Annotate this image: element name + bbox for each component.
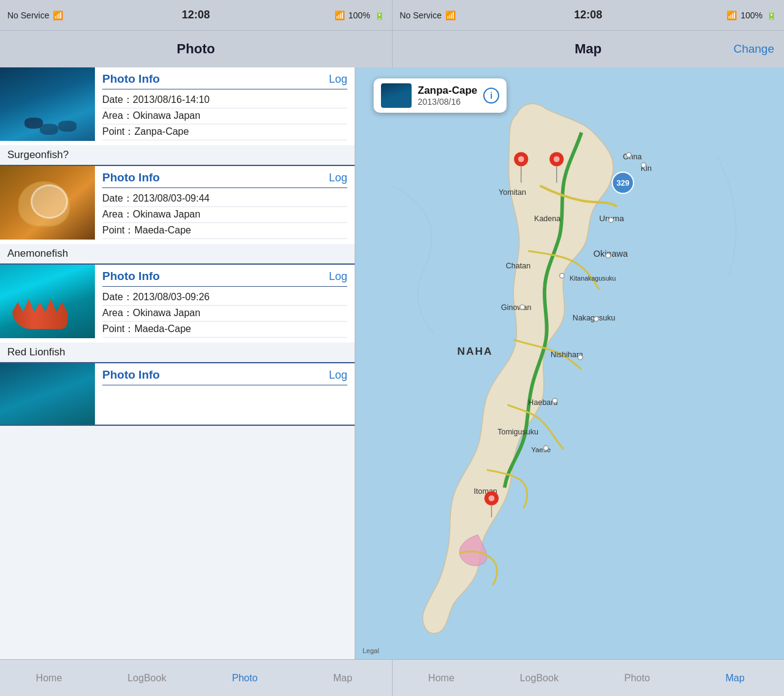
map-svg: 329 Onna Kin Yomitan Kadena Uruma Okinaw… xyxy=(355,67,784,659)
photo-info-1: Photo Info Log Date：2013/08/16-14:10 Are… xyxy=(95,67,355,145)
photo-thumbnail-3[interactable] xyxy=(0,265,95,338)
photo-point-2: Point：Maeda-Cape xyxy=(102,223,347,239)
photo-point-3: Point：Maeda-Cape xyxy=(102,322,347,338)
tab-map-left[interactable]: Map xyxy=(294,660,392,696)
svg-point-20 xyxy=(641,163,646,168)
photo-log-button-3[interactable]: Log xyxy=(329,270,347,283)
status-bar: No Service 📶 12:08 📶 100% 🔋 No Service 📶… xyxy=(0,0,784,31)
wifi-icon-right: 📶 xyxy=(445,10,456,20)
tab-bar-right: Home LogBook Photo Map xyxy=(393,660,785,696)
svg-point-22 xyxy=(606,253,611,258)
no-service-label-left: No Service xyxy=(7,10,49,20)
tab-home-right[interactable]: Home xyxy=(393,660,491,696)
tab-logbook-right[interactable]: LogBook xyxy=(490,660,588,696)
svg-point-28 xyxy=(543,445,548,450)
tab-home-left[interactable]: Home xyxy=(0,660,98,696)
tab-photo-right[interactable]: Photo xyxy=(588,660,686,696)
status-bar-left: No Service 📶 12:08 📶 100% 🔋 xyxy=(0,0,392,30)
tab-map-right[interactable]: Map xyxy=(686,660,784,696)
photo-thumbnail-1[interactable] xyxy=(0,67,95,141)
battery-label-left: 100% xyxy=(349,10,371,20)
photo-info-title-3: Photo Info xyxy=(102,270,160,283)
svg-point-23 xyxy=(560,273,565,278)
tab-photo-left[interactable]: Photo xyxy=(196,660,294,696)
photo-log-button-1[interactable]: Log xyxy=(329,73,347,86)
photo-log-button-4[interactable]: Log xyxy=(329,369,347,382)
photo-thumbnail-2[interactable] xyxy=(0,166,95,240)
photo-row-1: Photo Info Log Date：2013/08/16-14:10 Are… xyxy=(0,67,355,145)
map-popup[interactable]: Zanpa-Cape 2013/08/16 i xyxy=(374,78,507,113)
photo-info-title-4: Photo Info xyxy=(102,368,160,382)
photo-caption-3: Red Lionfish xyxy=(0,342,355,362)
photo-info-header-4: Photo Info Log xyxy=(102,368,347,385)
svg-text:Kadena: Kadena xyxy=(534,214,560,223)
nav-map-half: Map Change xyxy=(393,31,785,67)
no-service-label-right: No Service xyxy=(400,10,442,20)
svg-point-33 xyxy=(554,156,560,162)
svg-text:Tomigusuku: Tomigusuku xyxy=(497,428,538,436)
time-right: 12:08 xyxy=(574,9,602,21)
status-bar-right: No Service 📶 12:08 📶 100% 🔋 xyxy=(393,0,785,30)
photo-caption-1: Surgeonfish? xyxy=(0,145,355,165)
svg-text:329: 329 xyxy=(616,179,629,187)
nav-bar: Photo Map Change xyxy=(0,31,784,67)
svg-text:Yomitan: Yomitan xyxy=(499,188,526,197)
svg-point-27 xyxy=(552,398,557,403)
photo-thumbnail-4[interactable] xyxy=(0,363,95,425)
popup-text: Zanpa-Cape 2013/08/16 xyxy=(418,85,477,107)
tab-logbook-left[interactable]: LogBook xyxy=(98,660,196,696)
photo-info-4: Photo Info Log xyxy=(95,363,355,425)
photo-info-3: Photo Info Log Date：2013/08/03-09:26 Are… xyxy=(95,265,355,342)
status-left-icons: No Service 📶 xyxy=(7,10,63,20)
svg-point-30 xyxy=(518,156,524,162)
svg-point-19 xyxy=(627,153,631,157)
bluetooth-icon-left: 📶 xyxy=(334,10,345,20)
photo-row-4: Photo Info Log xyxy=(0,363,355,425)
tab-bar: Home LogBook Photo Map Home LogBook Phot… xyxy=(0,659,784,696)
svg-point-36 xyxy=(489,495,495,501)
svg-text:Onna: Onna xyxy=(623,153,642,161)
status-right-icons: No Service 📶 xyxy=(400,10,456,20)
nav-photo-title: Photo xyxy=(177,41,215,57)
battery-icon-right: 🔋 xyxy=(766,10,777,20)
svg-point-25 xyxy=(594,317,599,322)
right-icons-right: 📶 100% 🔋 xyxy=(726,10,777,20)
popup-title: Zanpa-Cape xyxy=(418,85,477,97)
map-panel: 329 Onna Kin Yomitan Kadena Uruma Okinaw… xyxy=(355,67,784,659)
photo-entry-4: Photo Info Log xyxy=(0,363,355,426)
svg-point-24 xyxy=(520,304,525,309)
photo-info-2: Photo Info Log Date：2013/08/03-09:44 Are… xyxy=(95,166,355,244)
photo-area-3: Area：Okinawa Japan xyxy=(102,306,347,322)
svg-text:Kitanakagusuku: Kitanakagusuku xyxy=(570,274,616,282)
photo-entry-2: Photo Info Log Date：2013/08/03-09:44 Are… xyxy=(0,166,355,265)
photo-info-title-2: Photo Info xyxy=(102,171,160,184)
photo-row-2: Photo Info Log Date：2013/08/03-09:44 Are… xyxy=(0,166,355,244)
popup-date: 2013/08/16 xyxy=(418,97,477,107)
popup-info-button[interactable]: i xyxy=(483,88,499,104)
photo-date-1: Date：2013/08/16-14:10 xyxy=(102,93,347,108)
photo-area-1: Area：Okinawa Japan xyxy=(102,108,347,124)
photo-date-2: Date：2013/08/03-09:44 xyxy=(102,191,347,207)
svg-point-26 xyxy=(578,355,583,360)
battery-icon-left: 🔋 xyxy=(374,10,385,20)
bluetooth-icon-right: 📶 xyxy=(726,10,737,20)
popup-thumbnail xyxy=(381,83,412,108)
photo-date-3: Date：2013/08/03-09:26 xyxy=(102,290,347,306)
svg-text:Okinawa: Okinawa xyxy=(594,249,628,259)
change-button[interactable]: Change xyxy=(733,42,774,56)
photo-point-1: Point：Zanpa-Cape xyxy=(102,124,347,140)
battery-label-right: 100% xyxy=(741,10,763,20)
time-left: 12:08 xyxy=(182,9,210,21)
svg-text:Chatan: Chatan xyxy=(506,262,530,270)
photo-caption-2: Anemonefish xyxy=(0,244,355,263)
wifi-icon-left: 📶 xyxy=(53,10,63,20)
photo-info-header-3: Photo Info Log xyxy=(102,270,347,287)
photo-log-button-2[interactable]: Log xyxy=(329,172,347,184)
photo-info-title-1: Photo Info xyxy=(102,72,160,86)
map-legal-text: Legal xyxy=(363,647,379,654)
right-icons-left: 📶 100% 🔋 xyxy=(334,10,385,20)
photo-info-header-2: Photo Info Log xyxy=(102,171,347,188)
main-content: Photo Info Log Date：2013/08/16-14:10 Are… xyxy=(0,67,784,659)
tab-bar-left: Home LogBook Photo Map xyxy=(0,660,392,696)
photo-info-header-1: Photo Info Log xyxy=(102,72,347,89)
